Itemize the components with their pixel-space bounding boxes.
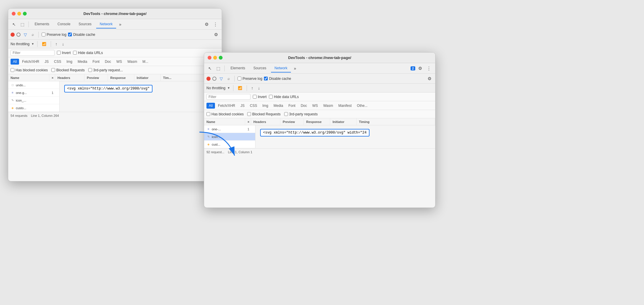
inspector-icon-2[interactable]: ⬚: [215, 65, 222, 72]
filter-input-2[interactable]: [206, 94, 250, 100]
col-name-header-1: Name: [8, 74, 49, 81]
table-row-2-1[interactable]: ✎ icon...: [204, 133, 255, 141]
disable-cache-checkbox-2[interactable]: Disable cache: [264, 77, 291, 81]
minimize-button-1[interactable]: [17, 12, 21, 16]
type-tab-other-2[interactable]: Othe...: [355, 103, 370, 109]
third-party-1[interactable]: 3rd-party request...: [88, 68, 123, 72]
tab-elements-2[interactable]: Elements: [227, 64, 249, 73]
blocked-cookies-2[interactable]: Has blocked cookies: [206, 112, 244, 116]
wifi-icon-1[interactable]: 📶: [40, 41, 48, 47]
close-button-2[interactable]: [208, 56, 211, 60]
cursor-icon-1[interactable]: ↖: [11, 21, 18, 28]
type-tab-doc-2[interactable]: Doc: [298, 103, 309, 109]
tab-console-1[interactable]: Console: [54, 20, 74, 28]
type-tab-manifest-2[interactable]: Manifest: [336, 103, 354, 109]
inspector-icon-1[interactable]: ⬚: [19, 21, 26, 28]
hide-data-urls-checkbox-1[interactable]: Hide data URLs: [73, 51, 103, 55]
maximize-button-1[interactable]: [23, 12, 27, 16]
title-bar-2: DevTools - chrome://new-tab-page/: [204, 53, 435, 63]
action-bar-2: ▽ ⌕ Preserve log Disable cache ⚙: [204, 74, 435, 84]
table-row-1-3[interactable]: ◈ custo...: [8, 104, 59, 112]
blocked-requests-2[interactable]: Blocked Requests: [247, 112, 281, 116]
record-button-2[interactable]: [206, 77, 211, 81]
table-row-1-0[interactable]: □ undo...: [8, 81, 59, 89]
table-row-1-2[interactable]: ✎ icon_...: [8, 97, 59, 104]
search-icon-1[interactable]: ⌕: [30, 31, 35, 38]
type-tab-font-1[interactable]: Font: [90, 59, 102, 65]
tab-network-1[interactable]: Network: [96, 20, 116, 28]
type-tab-fetch-2[interactable]: Fetch/XHR: [216, 103, 238, 109]
filter-icon-2[interactable]: ▽: [218, 75, 224, 82]
table-header-2: Name × Headers Preview Response Initiato…: [204, 118, 435, 125]
type-tab-img-1[interactable]: Img: [64, 59, 75, 65]
close-button-1[interactable]: [12, 12, 16, 16]
table-row-2-2[interactable]: ◈ cust...: [204, 141, 255, 148]
record-button-1[interactable]: [11, 33, 15, 37]
tab-network-2[interactable]: Network: [271, 64, 291, 73]
type-tab-all-2[interactable]: All: [206, 103, 215, 109]
throttle-bar-2: No throttling ▼ 📶 ↑ ↓: [204, 84, 435, 92]
type-tab-media-1[interactable]: Media: [75, 59, 90, 65]
disable-cache-checkbox-1[interactable]: Disable cache: [68, 33, 95, 37]
divider-action-1: [38, 32, 39, 38]
type-tab-js-1[interactable]: JS: [42, 59, 51, 65]
type-tab-wasm-1[interactable]: Wasm: [125, 59, 140, 65]
tab-sources-1[interactable]: Sources: [75, 20, 95, 28]
checkbox-bar-2: Has blocked cookies Blocked Requests 3rd…: [204, 110, 435, 118]
minimize-button-2[interactable]: [213, 56, 217, 60]
filter-input-1[interactable]: [11, 50, 55, 56]
search-icon-2[interactable]: ⌕: [226, 75, 231, 82]
cursor-icon-2[interactable]: ↖: [206, 65, 213, 72]
table-row-2-0[interactable]: ≡ one-... 1: [204, 125, 255, 133]
response-highlight-2: <svg xmlns="http://www.w3.org/2000/svg" …: [260, 129, 370, 137]
type-tab-wasm-2[interactable]: Wasm: [321, 103, 335, 109]
type-tab-js-2[interactable]: JS: [238, 103, 247, 109]
type-tab-fetch-1[interactable]: Fetch/XHR: [20, 59, 42, 65]
file-icon-unknown-1: □: [11, 83, 15, 87]
type-tab-ws-2[interactable]: WS: [310, 103, 320, 109]
type-tab-more-1[interactable]: M...: [140, 59, 151, 65]
type-tab-img-2[interactable]: Img: [260, 103, 271, 109]
upload-icon-2[interactable]: ↑: [250, 85, 255, 91]
settings-network-icon-2[interactable]: ⚙: [426, 75, 433, 82]
more-options-icon-1[interactable]: ⋮: [211, 21, 219, 28]
devtools-window-1: DevTools - chrome://new-tab-page/ ↖ ⬚ El…: [8, 8, 222, 181]
more-tabs-icon-1[interactable]: »: [117, 21, 123, 28]
throttle-divider-1: [37, 41, 38, 47]
settings-icon-2[interactable]: ⚙: [416, 65, 424, 72]
maximize-button-2[interactable]: [219, 56, 223, 60]
more-options-icon-2[interactable]: ⋮: [425, 65, 433, 72]
notification-badge-2: 2: [411, 66, 415, 70]
tab-elements-1[interactable]: Elements: [31, 20, 53, 28]
network-table-area-2: Name × Headers Preview Response Initiato…: [204, 118, 435, 148]
throttle-bar-1: No throttling ▼ 📶 ↑ ↓: [8, 40, 222, 48]
type-tab-font-2[interactable]: Font: [286, 103, 298, 109]
table-row-1-1[interactable]: ≡ one-g... 1: [8, 89, 59, 97]
blocked-requests-1[interactable]: Blocked Requests: [51, 68, 85, 72]
stop-button-2[interactable]: [212, 77, 216, 81]
wifi-icon-2[interactable]: 📶: [236, 85, 244, 91]
download-icon-1[interactable]: ↓: [61, 41, 66, 47]
more-tabs-icon-2[interactable]: »: [292, 65, 298, 72]
invert-checkbox-2[interactable]: Invert: [253, 95, 267, 99]
action-bar-1: ▽ ⌕ Preserve log Disable cache ⚙: [8, 30, 222, 40]
type-tab-css-2[interactable]: CSS: [248, 103, 260, 109]
preserve-log-checkbox-1[interactable]: Preserve log: [42, 33, 66, 37]
download-icon-2[interactable]: ↓: [257, 85, 262, 91]
settings-icon-1[interactable]: ⚙: [203, 21, 210, 28]
filter-icon-1[interactable]: ▽: [22, 31, 28, 38]
blocked-cookies-1[interactable]: Has blocked cookies: [11, 68, 48, 72]
settings-network-icon-1[interactable]: ⚙: [213, 31, 219, 38]
type-tab-media-2[interactable]: Media: [271, 103, 286, 109]
upload-icon-1[interactable]: ↑: [54, 41, 59, 47]
tab-sources-2[interactable]: Sources: [250, 64, 270, 73]
type-tab-css-1[interactable]: CSS: [52, 59, 64, 65]
preserve-log-checkbox-2[interactable]: Preserve log: [238, 77, 262, 81]
third-party-2[interactable]: 3rd-party requests: [284, 112, 318, 116]
type-tab-all-1[interactable]: All: [11, 59, 19, 65]
stop-button-1[interactable]: [16, 33, 21, 37]
hide-data-urls-checkbox-2[interactable]: Hide data URLs: [269, 95, 299, 99]
invert-checkbox-1[interactable]: Invert: [57, 51, 71, 55]
type-tab-ws-1[interactable]: WS: [114, 59, 124, 65]
type-tab-doc-1[interactable]: Doc: [102, 59, 113, 65]
